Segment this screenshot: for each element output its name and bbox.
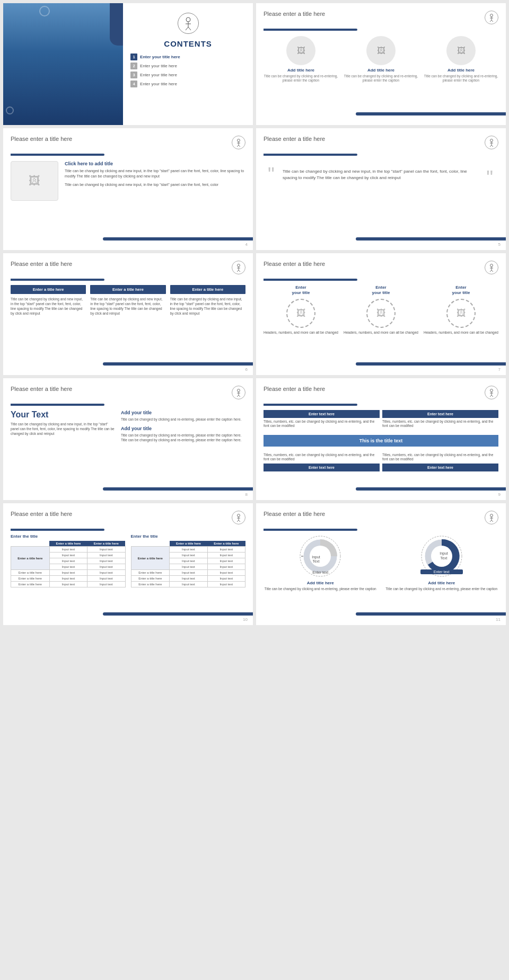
slide7-body: Your Text Title can be changed by clicki… bbox=[11, 410, 245, 447]
table2-r3c2: Input text bbox=[207, 558, 245, 564]
svg-line-13 bbox=[237, 145, 239, 147]
accent-bar-2 bbox=[356, 112, 506, 115]
card1-title[interactable]: Add title here bbox=[287, 68, 314, 73]
image-icon-2: 🖼 bbox=[377, 46, 385, 56]
cover-contents-title: CONTENTS bbox=[164, 39, 212, 48]
svg-line-39 bbox=[492, 395, 493, 397]
col2-btn[interactable]: Enter a title here bbox=[90, 285, 165, 294]
table1-b1v2: Input text bbox=[87, 570, 125, 576]
table1-b1: Enter a title here bbox=[11, 570, 50, 576]
quote-block: " Title can be changed by clicking and n… bbox=[264, 161, 498, 189]
slide7-big-text[interactable]: Your Text bbox=[11, 410, 115, 420]
col1-btn[interactable]: Enter a title here bbox=[11, 285, 86, 294]
svg-line-49 bbox=[492, 520, 493, 522]
slide5-title: Please enter a title here bbox=[11, 261, 72, 267]
svg-line-18 bbox=[490, 145, 492, 147]
card3-title[interactable]: Add title here bbox=[447, 68, 475, 73]
table1-r1c2: Input text bbox=[87, 547, 125, 553]
menu-num-4: 4 bbox=[130, 81, 137, 87]
svg-line-38 bbox=[490, 395, 492, 397]
col2-desc: Title can be changed by clicking and new… bbox=[90, 297, 165, 316]
circle3-icon: 🖼 bbox=[457, 308, 466, 319]
table-section-2: Enter the title Enter a title here Enter… bbox=[131, 534, 246, 587]
slide3-click-title[interactable]: Click here to add title bbox=[65, 161, 245, 166]
menu-item-2[interactable]: 2 Enter your title here bbox=[130, 63, 245, 69]
table-2: Enter a title here Enter a title here En… bbox=[131, 541, 246, 587]
slide9-center: This is the title text bbox=[264, 433, 498, 449]
card3-desc: Title can be changed by clicking and re-… bbox=[424, 74, 498, 83]
box-bottom-right[interactable]: Enter text here bbox=[382, 464, 498, 471]
slide7-logo bbox=[232, 386, 245, 399]
col3-btn[interactable]: Enter a title here bbox=[170, 285, 245, 294]
svg-point-5 bbox=[490, 14, 493, 17]
circle2-img[interactable]: 🖼 bbox=[366, 299, 396, 328]
pie1-add-title[interactable]: Add title here bbox=[307, 581, 334, 585]
svg-point-30 bbox=[238, 389, 240, 392]
menu-item-1[interactable]: 1 Enter your title here bbox=[130, 54, 245, 60]
pie1-text-label: Text bbox=[313, 559, 320, 563]
slide-circles: Please enter a title here Enter your tit… bbox=[256, 253, 506, 375]
pie-item-2: Input Text Enter text Add title here Tit… bbox=[385, 535, 499, 591]
slide6-pagenum: 7 bbox=[498, 367, 501, 372]
slide3-pagenum: 4 bbox=[245, 242, 248, 247]
slide9-bottom-left: Titles, numbers, etc. can be changed by … bbox=[264, 451, 380, 471]
col1-desc: Title can be changed by clicking and new… bbox=[11, 297, 86, 316]
svg-line-8 bbox=[490, 20, 492, 22]
table1-b1v1: Input text bbox=[49, 570, 87, 576]
slide-cover: CONTENTS 1 Enter your title here 2 Enter… bbox=[3, 3, 253, 125]
table2-b1: Enter a title here bbox=[131, 570, 170, 576]
slide2-title: Please enter a title here bbox=[264, 11, 325, 17]
card2-img: 🖼 bbox=[366, 36, 396, 65]
svg-line-4 bbox=[188, 27, 191, 30]
table2-rowheader: Enter a title here bbox=[131, 547, 170, 570]
accent-bar-5 bbox=[103, 362, 253, 366]
svg-point-45 bbox=[490, 514, 493, 517]
circle1-footer: Headers, numbers, and more can all be ch… bbox=[264, 331, 338, 335]
pie2-desc: Title can be changed by clicking and re-… bbox=[385, 587, 497, 591]
slide9-center-title[interactable]: This is the title text bbox=[264, 435, 498, 447]
slide10-logo bbox=[485, 511, 498, 524]
circle1-title: Enter your title bbox=[292, 285, 310, 296]
table1-r3c1: Input text bbox=[49, 558, 87, 564]
box-top-right[interactable]: Enter text here bbox=[382, 410, 498, 418]
table2-b1v2: Input text bbox=[207, 570, 245, 576]
circle-col-1: Enter your title 🖼 Headers, numbers, and… bbox=[264, 285, 338, 335]
table1-r2c2: Input text bbox=[87, 553, 125, 558]
box-bottom-left-desc: Titles, numbers, etc. can be changed by … bbox=[264, 451, 380, 464]
svg-line-43 bbox=[237, 520, 239, 522]
box-bottom-right-desc: Titles, numbers, etc. can be changed by … bbox=[382, 451, 498, 464]
slide10-pagenum: 11 bbox=[496, 617, 501, 622]
slide-tables: Please enter a title here Enter the titl… bbox=[3, 503, 253, 625]
slide7-sub2-title[interactable]: Add your title bbox=[121, 426, 245, 431]
circle2-title: Enter your title bbox=[372, 285, 390, 296]
menu-text-4: Enter your title here bbox=[140, 82, 177, 86]
image-icon-3: 🖼 bbox=[457, 46, 466, 56]
circle1-icon: 🖼 bbox=[296, 308, 306, 319]
slide9-title: Please enter a title here bbox=[264, 386, 325, 392]
box-bottom-left[interactable]: Enter text here bbox=[264, 464, 380, 471]
circle1-img[interactable]: 🖼 bbox=[286, 299, 315, 328]
circle3-img[interactable]: 🖼 bbox=[446, 299, 476, 328]
col-2: Enter a title here Title can be changed … bbox=[90, 285, 165, 316]
slide-quote: Please enter a title here " Title can be… bbox=[256, 128, 506, 250]
table1-rowheader: Enter a title here bbox=[11, 547, 50, 570]
table1-b2v2: Input text bbox=[87, 576, 125, 582]
svg-line-14 bbox=[239, 145, 240, 147]
slide9-pagenum: 9 bbox=[498, 492, 501, 497]
slide3-image[interactable]: 🖼 bbox=[11, 161, 58, 201]
circle2-footer: Headers, numbers, and more can all be ch… bbox=[344, 331, 418, 335]
circle-col-2: Enter your title 🖼 Headers, numbers, and… bbox=[344, 285, 418, 335]
card2-title[interactable]: Add title here bbox=[367, 68, 394, 73]
slide7-sub1-title[interactable]: Add your title bbox=[121, 410, 245, 415]
slide6-cols: Enter your title 🖼 Headers, numbers, and… bbox=[264, 285, 498, 335]
box-top-left[interactable]: Enter text here bbox=[264, 410, 380, 418]
table-section-1: Enter the title Enter a title here Enter… bbox=[11, 534, 126, 587]
menu-item-3[interactable]: 3 Enter your title here bbox=[130, 72, 245, 78]
pie2-add-title[interactable]: Add title here bbox=[428, 581, 455, 585]
table2-r4c1: Input text bbox=[170, 564, 207, 570]
slide5-logo bbox=[232, 261, 245, 274]
accent-bar-9 bbox=[356, 487, 506, 491]
slide-pie-charts: Please enter a title here bbox=[256, 503, 506, 625]
menu-item-4[interactable]: 4 Enter your title here bbox=[130, 81, 245, 87]
slide8-logo bbox=[232, 511, 245, 524]
